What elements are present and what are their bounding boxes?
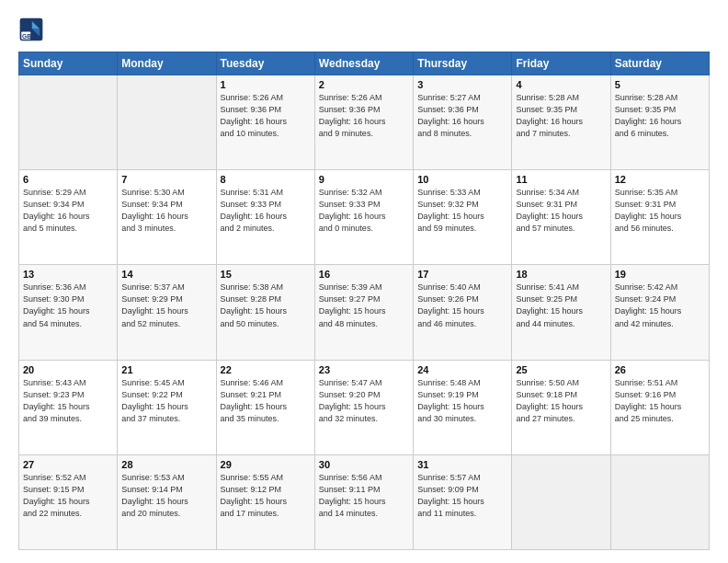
weekday-header-saturday: Saturday [610, 52, 709, 75]
day-info: Sunrise: 5:53 AM Sunset: 9:14 PM Dayligh… [121, 472, 211, 520]
weekday-header-thursday: Thursday [414, 52, 512, 75]
day-info: Sunrise: 5:26 AM Sunset: 9:36 PM Dayligh… [221, 92, 311, 140]
day-info: Sunrise: 5:31 AM Sunset: 9:33 PM Dayligh… [221, 187, 311, 235]
calendar-cell: 2Sunrise: 5:26 AM Sunset: 9:36 PM Daylig… [314, 75, 413, 170]
calendar-cell: 31Sunrise: 5:57 AM Sunset: 9:09 PM Dayli… [414, 454, 512, 549]
day-info: Sunrise: 5:34 AM Sunset: 9:31 PM Dayligh… [516, 187, 606, 235]
calendar-cell: 14Sunrise: 5:37 AM Sunset: 9:29 PM Dayli… [118, 265, 216, 360]
calendar-cell [610, 454, 709, 549]
day-info: Sunrise: 5:27 AM Sunset: 9:36 PM Dayligh… [417, 92, 507, 140]
day-info: Sunrise: 5:57 AM Sunset: 9:09 PM Dayligh… [417, 472, 507, 520]
day-info: Sunrise: 5:36 AM Sunset: 9:30 PM Dayligh… [23, 282, 113, 329]
day-number: 4 [516, 79, 606, 90]
day-number: 6 [23, 174, 113, 185]
day-info: Sunrise: 5:41 AM Sunset: 9:25 PM Dayligh… [516, 282, 606, 329]
day-number: 11 [516, 174, 606, 185]
day-info: Sunrise: 5:50 AM Sunset: 9:18 PM Dayligh… [516, 377, 606, 425]
week-row-2: 6Sunrise: 5:29 AM Sunset: 9:34 PM Daylig… [19, 170, 710, 265]
week-row-5: 27Sunrise: 5:52 AM Sunset: 9:15 PM Dayli… [19, 454, 710, 549]
day-number: 14 [121, 269, 211, 280]
calendar-cell: 10Sunrise: 5:33 AM Sunset: 9:32 PM Dayli… [414, 170, 512, 265]
day-info: Sunrise: 5:55 AM Sunset: 9:12 PM Dayligh… [221, 472, 311, 520]
calendar-cell: 8Sunrise: 5:31 AM Sunset: 9:33 PM Daylig… [216, 170, 314, 265]
calendar-cell: 25Sunrise: 5:50 AM Sunset: 9:18 PM Dayli… [512, 360, 610, 454]
calendar-cell: 29Sunrise: 5:55 AM Sunset: 9:12 PM Dayli… [216, 454, 314, 549]
calendar-cell [118, 75, 216, 170]
day-info: Sunrise: 5:45 AM Sunset: 9:22 PM Dayligh… [121, 377, 211, 425]
calendar-cell: 26Sunrise: 5:51 AM Sunset: 9:16 PM Dayli… [610, 360, 709, 454]
calendar-cell: 13Sunrise: 5:36 AM Sunset: 9:30 PM Dayli… [19, 265, 118, 360]
day-number: 23 [319, 364, 409, 375]
calendar-cell: 19Sunrise: 5:42 AM Sunset: 9:24 PM Dayli… [610, 265, 709, 360]
day-number: 25 [516, 364, 606, 375]
day-info: Sunrise: 5:38 AM Sunset: 9:28 PM Dayligh… [221, 282, 311, 329]
calendar-cell: 16Sunrise: 5:39 AM Sunset: 9:27 PM Dayli… [314, 265, 413, 360]
weekday-header-wednesday: Wednesday [314, 52, 413, 75]
logo-icon: GB [18, 17, 44, 42]
calendar-cell: 20Sunrise: 5:43 AM Sunset: 9:23 PM Dayli… [19, 360, 118, 454]
day-number: 20 [23, 364, 113, 375]
weekday-header-row: SundayMondayTuesdayWednesdayThursdayFrid… [19, 52, 710, 75]
calendar-cell: 18Sunrise: 5:41 AM Sunset: 9:25 PM Dayli… [512, 265, 610, 360]
calendar-cell: 17Sunrise: 5:40 AM Sunset: 9:26 PM Dayli… [414, 265, 512, 360]
day-info: Sunrise: 5:35 AM Sunset: 9:31 PM Dayligh… [615, 187, 705, 235]
day-number: 22 [221, 364, 311, 375]
calendar-cell: 28Sunrise: 5:53 AM Sunset: 9:14 PM Dayli… [118, 454, 216, 549]
day-info: Sunrise: 5:43 AM Sunset: 9:23 PM Dayligh… [23, 377, 113, 425]
day-info: Sunrise: 5:40 AM Sunset: 9:26 PM Dayligh… [417, 282, 507, 329]
day-info: Sunrise: 5:33 AM Sunset: 9:32 PM Dayligh… [417, 187, 507, 235]
day-number: 19 [615, 269, 705, 280]
day-number: 28 [121, 459, 211, 470]
day-info: Sunrise: 5:37 AM Sunset: 9:29 PM Dayligh… [121, 282, 211, 329]
calendar-table: SundayMondayTuesdayWednesdayThursdayFrid… [18, 52, 710, 550]
day-number: 29 [221, 459, 311, 470]
day-number: 10 [417, 174, 507, 185]
calendar-cell: 22Sunrise: 5:46 AM Sunset: 9:21 PM Dayli… [216, 360, 314, 454]
calendar-cell: 27Sunrise: 5:52 AM Sunset: 9:15 PM Dayli… [19, 454, 118, 549]
day-number: 24 [417, 364, 507, 375]
day-number: 21 [121, 364, 211, 375]
weekday-header-monday: Monday [118, 52, 216, 75]
day-number: 3 [417, 79, 507, 90]
day-info: Sunrise: 5:30 AM Sunset: 9:34 PM Dayligh… [121, 187, 211, 235]
weekday-header-friday: Friday [512, 52, 610, 75]
calendar-cell: 15Sunrise: 5:38 AM Sunset: 9:28 PM Dayli… [216, 265, 314, 360]
day-number: 26 [615, 364, 705, 375]
calendar-cell: 7Sunrise: 5:30 AM Sunset: 9:34 PM Daylig… [118, 170, 216, 265]
page: GB SundayMondayTuesdayWednesdayThursdayF… [0, 0, 728, 563]
day-info: Sunrise: 5:51 AM Sunset: 9:16 PM Dayligh… [615, 377, 705, 425]
logo: GB [18, 17, 48, 42]
day-info: Sunrise: 5:48 AM Sunset: 9:19 PM Dayligh… [417, 377, 507, 425]
calendar-cell: 30Sunrise: 5:56 AM Sunset: 9:11 PM Dayli… [314, 454, 413, 549]
day-info: Sunrise: 5:39 AM Sunset: 9:27 PM Dayligh… [319, 282, 409, 329]
weekday-header-sunday: Sunday [19, 52, 118, 75]
day-info: Sunrise: 5:42 AM Sunset: 9:24 PM Dayligh… [615, 282, 705, 329]
day-info: Sunrise: 5:32 AM Sunset: 9:33 PM Dayligh… [319, 187, 409, 235]
day-info: Sunrise: 5:47 AM Sunset: 9:20 PM Dayligh… [319, 377, 409, 425]
day-number: 27 [23, 459, 113, 470]
day-info: Sunrise: 5:56 AM Sunset: 9:11 PM Dayligh… [319, 472, 409, 520]
day-info: Sunrise: 5:29 AM Sunset: 9:34 PM Dayligh… [23, 187, 113, 235]
calendar-cell [19, 75, 118, 170]
calendar-cell [512, 454, 610, 549]
day-number: 17 [417, 269, 507, 280]
day-number: 18 [516, 269, 606, 280]
week-row-3: 13Sunrise: 5:36 AM Sunset: 9:30 PM Dayli… [19, 265, 710, 360]
day-number: 31 [417, 459, 507, 470]
day-number: 16 [319, 269, 409, 280]
calendar-cell: 4Sunrise: 5:28 AM Sunset: 9:35 PM Daylig… [512, 75, 610, 170]
calendar-cell: 24Sunrise: 5:48 AM Sunset: 9:19 PM Dayli… [414, 360, 512, 454]
calendar-cell: 6Sunrise: 5:29 AM Sunset: 9:34 PM Daylig… [19, 170, 118, 265]
calendar-cell: 1Sunrise: 5:26 AM Sunset: 9:36 PM Daylig… [216, 75, 314, 170]
svg-text:GB: GB [22, 33, 31, 40]
day-info: Sunrise: 5:52 AM Sunset: 9:15 PM Dayligh… [23, 472, 113, 520]
day-number: 7 [121, 174, 211, 185]
calendar-cell: 23Sunrise: 5:47 AM Sunset: 9:20 PM Dayli… [314, 360, 413, 454]
day-number: 2 [319, 79, 409, 90]
day-number: 9 [319, 174, 409, 185]
day-info: Sunrise: 5:26 AM Sunset: 9:36 PM Dayligh… [319, 92, 409, 140]
day-number: 12 [615, 174, 705, 185]
weekday-header-tuesday: Tuesday [216, 52, 314, 75]
day-number: 30 [319, 459, 409, 470]
calendar-cell: 9Sunrise: 5:32 AM Sunset: 9:33 PM Daylig… [314, 170, 413, 265]
